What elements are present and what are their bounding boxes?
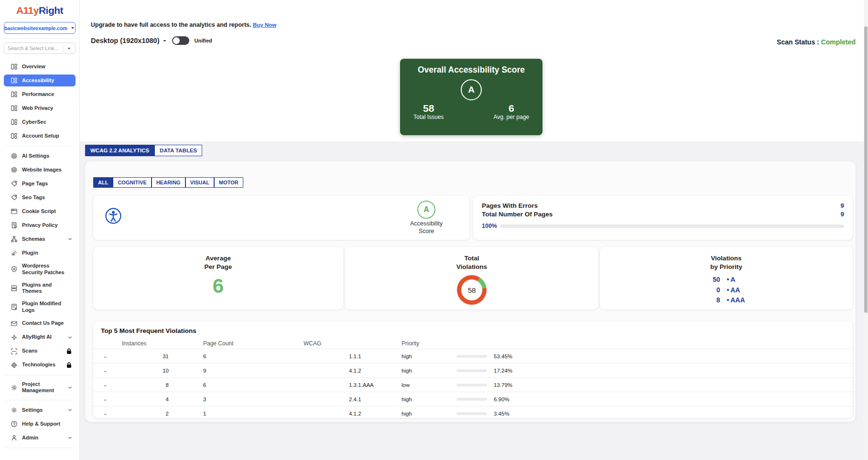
sidebar-item-performance[interactable]: Performance (4, 88, 76, 100)
sidebar-item-overview[interactable]: Overview (4, 61, 76, 73)
tab-hearing[interactable]: HEARING (152, 177, 185, 188)
violations-by-priority-title: Violations by Priority (600, 254, 853, 271)
row-expand-chevron-icon[interactable]: ⌄ (101, 367, 109, 374)
cell-priority: high (401, 411, 456, 417)
sidebar-item-label: Seo Tags (22, 194, 45, 201)
priority-list: 50 • A 0 • AA 8 • AAA (707, 275, 745, 306)
sidebar-divider (5, 448, 75, 448)
scan-status: Scan Status : Completed (777, 38, 856, 46)
col-wcag: WCAG (304, 340, 401, 347)
tab-motor[interactable]: MOTOR (214, 177, 243, 188)
cell-instances: 31 (122, 353, 170, 359)
priority-row: 50 • A (707, 275, 745, 285)
cell-page-count: 9 (170, 368, 304, 374)
sidebar-item-settings[interactable]: Settings (4, 404, 76, 416)
sidebar-item-label: AllyRight AI (22, 334, 52, 341)
sidebar-divider (5, 400, 75, 400)
tab-wcag-2-2-analytics[interactable]: WCAG 2.2 ANALYTICS (85, 145, 154, 156)
sidebar-divider (5, 375, 75, 375)
sidebar-item-cookie-script[interactable]: Cookie Script (4, 205, 76, 217)
tab-cognitive[interactable]: COGNITIVE (113, 177, 152, 188)
sidebar-item-label: Website Images (22, 167, 62, 173)
row-expand-chevron-icon[interactable]: ⌄ (101, 353, 109, 359)
sidebar-item-label: Admin (22, 435, 38, 441)
tab-all[interactable]: ALL (93, 177, 113, 188)
website-selector[interactable]: basicwebsiteexample.com (4, 22, 76, 34)
total-violations-card: Total Violations 58 (345, 247, 598, 310)
sidebar-item-plugin[interactable]: Plugin (4, 247, 76, 259)
sidebar-item-label: Plugin Modified Logs (22, 300, 66, 314)
sidebar-item-label: Cookie Script (22, 208, 56, 215)
priority-value: 0 (707, 285, 720, 296)
violations-table-row: ⌄ 10 9 4.1.2 high 17.24% (93, 363, 853, 377)
log-icon (11, 303, 18, 310)
cell-page-count: 6 (170, 353, 304, 359)
lock-icon (65, 348, 73, 355)
sidebar-item-page-tags[interactable]: Page Tags (4, 178, 76, 190)
sidebar-item-label: CyberSec (22, 119, 46, 126)
sidebar-item-accessibility[interactable]: Accessibility (4, 75, 76, 86)
sidebar-item-label: Web Privacy (22, 105, 53, 112)
sidebar-item-ai-settings[interactable]: AI Settings (4, 150, 76, 162)
sidebar-item-plugins-and-themes[interactable]: Plugins and Themes (4, 280, 76, 297)
sidebar-item-project-management[interactable]: Project Management (4, 379, 76, 396)
unified-toggle[interactable] (172, 36, 189, 45)
cell-priority: high (401, 368, 456, 374)
sidebar: A11yRight basicwebsiteexample.com Search… (0, 0, 80, 460)
sidebar-item-admin[interactable]: Admin (4, 432, 76, 444)
link-search-select[interactable]: Search & Select Link... (4, 43, 76, 54)
total-violations-donut: 58 (457, 275, 487, 305)
sidebar-item-schemas[interactable]: Schemas (4, 233, 76, 245)
sidebar-item-web-privacy[interactable]: Web Privacy (4, 102, 76, 114)
sidebar-item-help-support[interactable]: Help & Support (4, 418, 76, 430)
scrollbar-thumb[interactable] (864, 26, 868, 313)
scan-status-value: Completed (821, 38, 856, 46)
sidebar-item-privacy-policy[interactable]: Privacy Policy (4, 219, 76, 231)
overall-score-card: Overall Accessibility Score A 58 Total I… (400, 59, 542, 135)
layout-icon (11, 132, 18, 139)
window-icon (11, 208, 18, 215)
sidebar-item-plugin-modified-logs[interactable]: Plugin Modified Logs (4, 299, 76, 316)
row-expand-chevron-icon[interactable]: ⌄ (101, 410, 109, 417)
tab-data-tables[interactable]: DATA TABLES (154, 145, 202, 156)
sidebar-item-label: Privacy Policy (22, 222, 58, 229)
sidebar-item-website-images[interactable]: Website Images (4, 164, 76, 176)
row-expand-chevron-icon[interactable]: ⌄ (101, 396, 109, 402)
pages-progress-bar (500, 225, 844, 228)
tab-visual[interactable]: VISUAL (185, 177, 214, 188)
cell-wcag: 2.4.1 (304, 396, 401, 402)
sidebar-item-label: Scans (22, 348, 37, 354)
sidebar-item-cybersec[interactable]: CyberSec (4, 116, 76, 128)
buy-now-link[interactable]: Buy Now (253, 22, 276, 28)
overall-grade-badge: A (461, 79, 482, 100)
accessibility-icon (105, 207, 122, 225)
link-search-placeholder: Search & Select Link... (8, 45, 61, 51)
sidebar-item-wordpress-security-patches[interactable]: Wordpress Security Patches (4, 261, 76, 278)
sidebar-divider (0, 38, 79, 39)
total-issues-value: 58 (413, 103, 444, 114)
sidebar-item-scans[interactable]: Scans (4, 345, 76, 357)
sidebar-item-contact-us-page[interactable]: Contact Us Page (4, 318, 76, 330)
category-tabs: ALLCOGNITIVEHEARINGVISUALMOTOR (93, 177, 243, 188)
row-expand-chevron-icon[interactable]: ⌄ (101, 382, 109, 388)
gear-icon (11, 384, 18, 391)
overall-score-title: Overall Accessibility Score (408, 65, 535, 75)
person-icon (11, 434, 18, 441)
sidebar-item-label: Account Setup (22, 133, 59, 139)
col-priority: Priority (401, 340, 456, 347)
pages-row-label: Pages With Errors (482, 202, 538, 209)
sidebar-item-allyright-ai[interactable]: AllyRight AI (4, 332, 76, 343)
sidebar-item-label: Contact Us Page (22, 320, 64, 327)
cell-wcag: 1.3.1.AAA (304, 382, 401, 388)
cell-instances: 10 (122, 368, 170, 374)
cell-page-count: 3 (170, 396, 304, 402)
average-per-page-card: Average Per Page 6 (93, 247, 343, 310)
priority-row: 8 • AAA (707, 295, 745, 306)
sidebar-item-technologies[interactable]: Technologies (4, 359, 76, 371)
top-violations-card: Top 5 Most Frequent Violations Instances… (93, 321, 853, 418)
top-violations-title: Top 5 Most Frequent Violations (93, 327, 853, 338)
sidebar-item-seo-tags[interactable]: Seo Tags (4, 192, 76, 203)
sidebar-item-account-setup[interactable]: Account Setup (4, 130, 76, 142)
upgrade-banner: Upgrade to have full access to the analy… (91, 21, 276, 28)
device-dropdown[interactable]: Desktop (1920x1080) (91, 37, 167, 44)
